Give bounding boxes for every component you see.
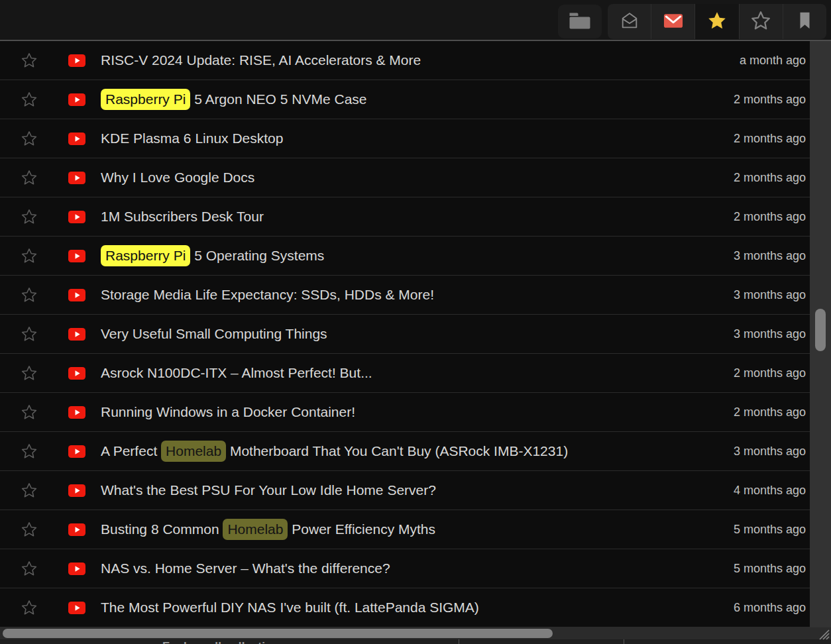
item-timestamp: 2 months ago xyxy=(734,210,810,224)
item-timestamp: 3 months ago xyxy=(734,445,810,458)
title-text: Why I Love Google Docs xyxy=(101,170,254,185)
list-item[interactable]: What's the Best PSU For Your Low Idle Ho… xyxy=(0,471,810,510)
list-item[interactable]: Very Useful Small Computing Things 3 mon… xyxy=(0,315,810,354)
item-timestamp: 3 months ago xyxy=(734,288,810,302)
list-item[interactable]: Raspberry Pi 5 Operating Systems 3 month… xyxy=(0,237,810,276)
list-item[interactable]: Running Windows in a Docker Container! 2… xyxy=(0,393,810,432)
youtube-icon xyxy=(68,445,85,458)
youtube-icon xyxy=(68,563,85,575)
starred-filter-button[interactable] xyxy=(694,4,738,39)
item-title-link[interactable]: KDE Plasma 6 Linux Desktop xyxy=(101,131,283,146)
bookmark-filter-button[interactable] xyxy=(783,4,826,39)
horizontal-scrollbar[interactable] xyxy=(0,627,831,639)
title-text: Power Efficiency Myths xyxy=(288,521,435,537)
highlighted-term: Homelab xyxy=(223,519,288,540)
favorite-star-button[interactable] xyxy=(20,246,38,265)
item-timestamp: 3 months ago xyxy=(734,327,810,341)
youtube-icon xyxy=(68,250,85,262)
youtube-icon xyxy=(68,602,85,614)
list-item[interactable]: NAS vs. Home Server – What's the differe… xyxy=(0,549,810,588)
list-item[interactable]: Why I Love Google Docs 2 months ago xyxy=(0,158,810,197)
feed-reader-window: RISC-V 2024 Update: RISE, AI Accelerator… xyxy=(0,0,831,644)
item-title-link[interactable]: RISC-V 2024 Update: RISE, AI Accelerator… xyxy=(101,52,421,68)
title-text: The Most Powerful DIY NAS I've built (ft… xyxy=(101,600,479,615)
favorite-star-button[interactable] xyxy=(20,559,38,578)
favorite-star-button[interactable] xyxy=(20,364,38,382)
title-text: Asrock N100DC-ITX – Almost Perfect! But.… xyxy=(101,365,372,380)
folder-icon xyxy=(569,12,591,32)
item-title-link[interactable]: Why I Love Google Docs xyxy=(101,170,254,186)
list-item[interactable]: 1M Subscribers Desk Tour 2 months ago xyxy=(0,197,810,237)
title-text: Motherboard That You Can't Buy (ASRock I… xyxy=(226,443,568,458)
item-title-link[interactable]: Busting 8 Common Homelab Power Efficienc… xyxy=(101,519,435,540)
list-item[interactable]: RISC-V 2024 Update: RISE, AI Accelerator… xyxy=(0,41,810,80)
title-text: What's the Best PSU For Your Low Idle Ho… xyxy=(101,482,436,498)
title-text: 5 Argon NEO 5 NVMe Case xyxy=(190,91,366,107)
item-title-link[interactable]: Raspberry Pi 5 Argon NEO 5 NVMe Case xyxy=(101,89,367,110)
star-outline-icon xyxy=(750,10,771,33)
favorite-star-button[interactable] xyxy=(20,481,38,500)
favorite-star-button[interactable] xyxy=(20,403,38,421)
toolbar xyxy=(0,0,831,41)
feed-item-list: RISC-V 2024 Update: RISE, AI Accelerator… xyxy=(0,41,810,627)
list-item[interactable]: The Most Powerful DIY NAS I've built (ft… xyxy=(0,588,810,627)
favorite-star-button[interactable] xyxy=(20,598,38,617)
open-envelope-icon xyxy=(620,11,639,32)
item-title-link[interactable]: A Perfect Homelab Motherboard That You C… xyxy=(101,441,568,462)
title-text: A Perfect xyxy=(101,443,161,458)
favorite-star-button[interactable] xyxy=(20,442,38,460)
item-title-link[interactable]: NAS vs. Home Server – What's the differe… xyxy=(101,561,390,576)
favorite-star-button[interactable] xyxy=(20,207,38,226)
favorite-star-button[interactable] xyxy=(20,168,38,187)
youtube-icon xyxy=(68,328,85,341)
list-item[interactable]: Busting 8 Common Homelab Power Efficienc… xyxy=(0,510,810,549)
title-text: Storage Media Life Expectancy: SSDs, HDD… xyxy=(101,287,434,302)
folder-button[interactable] xyxy=(558,5,602,38)
star-filled-icon xyxy=(706,10,728,33)
mail-icon xyxy=(663,13,683,30)
list-item[interactable]: Asrock N100DC-ITX – Almost Perfect! But.… xyxy=(0,354,810,393)
vertical-scrollbar[interactable] xyxy=(810,41,831,627)
item-timestamp: 2 months ago xyxy=(734,93,810,107)
item-timestamp: 2 months ago xyxy=(734,132,810,146)
title-text: Very Useful Small Computing Things xyxy=(101,326,327,341)
list-item[interactable]: KDE Plasma 6 Linux Desktop 2 months ago xyxy=(0,119,810,158)
favorite-star-button[interactable] xyxy=(20,325,38,343)
favorite-star-button[interactable] xyxy=(20,129,38,148)
item-timestamp: 2 months ago xyxy=(734,171,810,185)
favorite-star-button[interactable] xyxy=(20,520,38,539)
item-title-link[interactable]: Storage Media Life Expectancy: SSDs, HDD… xyxy=(101,287,434,303)
list-item[interactable]: A Perfect Homelab Motherboard That You C… xyxy=(0,432,810,471)
youtube-icon xyxy=(68,289,85,301)
item-title-link[interactable]: Very Useful Small Computing Things xyxy=(101,326,327,342)
mail-filter-button[interactable] xyxy=(651,4,694,39)
filter-button-group xyxy=(608,4,826,39)
title-text: NAS vs. Home Server – What's the differe… xyxy=(101,561,390,576)
not-starred-filter-button[interactable] xyxy=(739,4,783,39)
unread-filter-button[interactable] xyxy=(608,4,651,39)
list-item[interactable]: Storage Media Life Expectancy: SSDs, HDD… xyxy=(0,276,810,315)
title-text: RISC-V 2024 Update: RISE, AI Accelerator… xyxy=(101,52,421,68)
item-timestamp: 2 months ago xyxy=(734,366,810,380)
youtube-icon xyxy=(68,133,85,145)
youtube-icon xyxy=(68,93,85,106)
favorite-star-button[interactable] xyxy=(20,286,38,304)
item-title-link[interactable]: Running Windows in a Docker Container! xyxy=(101,404,355,420)
list-item[interactable]: Raspberry Pi 5 Argon NEO 5 NVMe Case 2 m… xyxy=(0,80,810,119)
title-text: Running Windows in a Docker Container! xyxy=(101,404,355,419)
horizontal-scrollbar-thumb[interactable] xyxy=(3,629,553,638)
resize-grip[interactable] xyxy=(815,625,830,643)
favorite-star-button[interactable] xyxy=(20,51,38,70)
item-title-link[interactable]: What's the Best PSU For Your Low Idle Ho… xyxy=(101,482,436,498)
favorite-star-button[interactable] xyxy=(20,90,38,109)
item-title-link[interactable]: 1M Subscribers Desk Tour xyxy=(101,209,264,225)
item-title-link[interactable]: The Most Powerful DIY NAS I've built (ft… xyxy=(101,600,479,616)
item-title-link[interactable]: Raspberry Pi 5 Operating Systems xyxy=(101,245,324,266)
vertical-scrollbar-thumb[interactable] xyxy=(815,309,826,351)
explore-collections-link[interactable]: Explore all collections xyxy=(162,640,286,644)
item-title-link[interactable]: Asrock N100DC-ITX – Almost Perfect! But.… xyxy=(101,365,372,381)
youtube-icon xyxy=(68,211,85,223)
footer-divider xyxy=(459,639,459,644)
highlighted-term: Homelab xyxy=(161,441,226,462)
item-timestamp: 5 months ago xyxy=(734,562,810,576)
